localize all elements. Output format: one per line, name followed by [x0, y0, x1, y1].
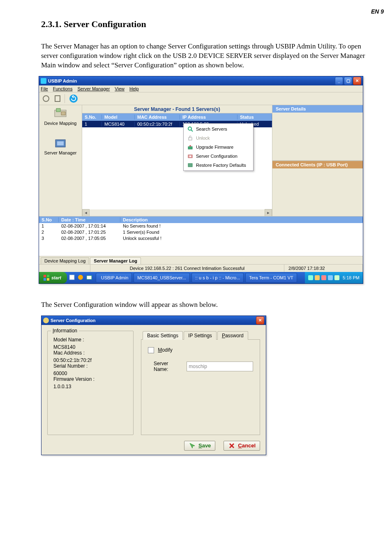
- titlebar[interactable]: USBIP Admin _ ▢ ✕: [39, 76, 363, 85]
- nav-device-mapping[interactable]: Device Mapping: [42, 108, 79, 126]
- taskbar: start USBIP Admin MCS8140_USBServer... :…: [39, 272, 363, 283]
- server-name-label: Server Name:: [154, 361, 182, 372]
- system-tray: 5:18 PM: [305, 272, 363, 283]
- svg-rect-11: [188, 147, 192, 149]
- ctx-server-configuration[interactable]: Server Configuration: [184, 152, 252, 161]
- ql-icon-2[interactable]: [77, 274, 85, 281]
- maximize-button[interactable]: ▢: [344, 77, 352, 85]
- ql-icon-1[interactable]: [69, 274, 76, 281]
- svg-point-0: [43, 96, 49, 101]
- svg-rect-4: [56, 108, 60, 112]
- server-name-input[interactable]: [187, 362, 253, 371]
- serial-number-value: 60000: [53, 371, 67, 376]
- log-cell-dt: 02-08-2007 , 17:01:25: [59, 230, 120, 235]
- close-button[interactable]: ✕: [256, 316, 264, 325]
- tab-password[interactable]: Password: [217, 331, 248, 340]
- context-menu: Search Servers Unlock Upgrade Firmware: [183, 123, 254, 171]
- scroll-track[interactable]: [90, 210, 265, 216]
- mac-address-value: 00:50:c2:1b:70:2f: [53, 357, 92, 363]
- log-col-datetime[interactable]: Date : Time: [59, 217, 120, 222]
- menu-help[interactable]: Help: [129, 86, 139, 91]
- task-mcs8140[interactable]: MCS8140_USBServer...: [134, 273, 190, 283]
- toolbar-icon-1[interactable]: [42, 94, 51, 103]
- server-grid-panel: Server Manager - Found 1 Servers(s) S.No…: [82, 105, 272, 216]
- tab-ip-settings[interactable]: IP Settings: [184, 331, 217, 340]
- modify-checkbox[interactable]: [148, 347, 154, 353]
- search-icon: [187, 126, 194, 132]
- log-col-description[interactable]: Description: [120, 217, 363, 222]
- paragraph-intro: The Server Manager has an option to chan…: [41, 42, 367, 70]
- ctx-upgrade-firmware[interactable]: Upgrade Firmware: [184, 143, 252, 152]
- grid-scrollbar[interactable]: ◄ ►: [82, 210, 272, 216]
- refresh-icon[interactable]: [69, 94, 78, 103]
- log-cell-dt: 02-08-2007 , 17:01:14: [59, 223, 120, 228]
- cell-mac: 00:50:c2:1b:70:2f: [135, 122, 180, 127]
- menu-functions[interactable]: Functions: [53, 86, 73, 91]
- quick-launch: [67, 274, 95, 281]
- log-row: 2 02-08-2007 , 17:01:25 1 Server(s) Foun…: [39, 229, 363, 235]
- status-datetime: 2/8/2007 17:18:32: [284, 265, 363, 272]
- firmware-version-label: Firmware Version :: [53, 376, 127, 382]
- task-usbip-admin[interactable]: USBIP Admin: [96, 273, 132, 283]
- col-model[interactable]: Model: [102, 115, 135, 120]
- tab-device-mapping-log[interactable]: Device Mapping Log: [41, 257, 89, 264]
- tray-icon[interactable]: [334, 275, 339, 280]
- upgrade-icon: [187, 144, 194, 150]
- cancel-button[interactable]: Cancel Cancel: [224, 441, 260, 451]
- ctx-search-servers[interactable]: Search Servers: [184, 124, 252, 134]
- svg-rect-16: [47, 275, 49, 277]
- col-ip[interactable]: IP Address: [180, 115, 238, 120]
- menu-view[interactable]: View: [115, 86, 125, 91]
- cell-sno: 1: [82, 122, 102, 127]
- server-grid-header: Server Manager - Found 1 Servers(s): [82, 105, 272, 113]
- tray-icon[interactable]: [315, 275, 320, 280]
- menu-server-manager[interactable]: Server Manager: [77, 86, 110, 91]
- svg-point-8: [188, 127, 191, 130]
- toolbar-icon-2[interactable]: [53, 94, 62, 103]
- tray-icon[interactable]: [321, 275, 326, 280]
- svg-line-9: [191, 130, 193, 131]
- basic-settings-panel: Modify Modify Server Name:: [141, 339, 260, 435]
- log-cell-sno: 2: [39, 230, 59, 235]
- save-button[interactable]: Save Save: [184, 441, 215, 451]
- connected-clients-header: Connected Clients (IP : USB Port): [272, 161, 363, 168]
- task-usbip-site[interactable]: :: u s b - i p :: - Micro...: [191, 273, 244, 283]
- tab-server-manager-log[interactable]: Server Manager Log: [90, 257, 141, 264]
- svg-rect-7: [57, 141, 64, 145]
- scroll-left-button[interactable]: ◄: [82, 209, 90, 216]
- tab-basic-settings[interactable]: Basic Settings: [143, 331, 183, 340]
- svg-rect-15: [44, 275, 46, 277]
- minimize-button[interactable]: _: [335, 77, 343, 85]
- bottom-tabs: Device Mapping Log Server Manager Log: [39, 256, 363, 264]
- tray-clock: 5:18 PM: [343, 275, 360, 280]
- log-area: S.No Date : Time Description 1 02-08-200…: [39, 216, 363, 264]
- titlebar[interactable]: Server Configuration ✕: [42, 316, 266, 325]
- menubar: File Functions Server Manager View Help: [39, 85, 363, 92]
- serial-number-label: Serial Number :: [53, 363, 127, 369]
- task-label: MCS8140_USBServer...: [137, 275, 186, 280]
- information-fieldset: IInformationnformation Model Name : MCS8…: [47, 331, 134, 435]
- section-title: 2.3.1. Server Configuration: [41, 19, 367, 30]
- log-col-sno[interactable]: S.No: [39, 217, 59, 222]
- tray-icon[interactable]: [328, 275, 333, 280]
- ctx-unlock: Unlock: [184, 134, 252, 143]
- window-title: USBIP Admin: [48, 78, 77, 83]
- nav-server-manager[interactable]: Server Manager: [42, 137, 79, 155]
- tray-icon[interactable]: [308, 275, 313, 280]
- col-mac[interactable]: MAC Address: [135, 115, 180, 120]
- ctx-restore-defaults[interactable]: Restore Factory Defaults: [184, 161, 252, 170]
- ql-icon-3[interactable]: [86, 274, 93, 281]
- menu-file[interactable]: File: [41, 86, 48, 91]
- left-nav: Device Mapping Server Manager: [39, 105, 82, 216]
- start-button[interactable]: start: [39, 272, 67, 283]
- scroll-right-button[interactable]: ►: [265, 209, 272, 216]
- right-panel: Server Details Connected Clients (IP : U…: [272, 105, 363, 216]
- nav-device-mapping-label: Device Mapping: [44, 121, 77, 126]
- server-manager-icon: [53, 137, 68, 150]
- col-sno[interactable]: S.No.: [82, 115, 102, 120]
- svg-rect-19: [69, 275, 74, 280]
- col-status[interactable]: Status: [238, 115, 272, 120]
- svg-rect-21: [87, 276, 92, 279]
- close-button[interactable]: ✕: [353, 77, 361, 85]
- task-teraterm[interactable]: Tera Term - COM1 VT: [245, 273, 297, 283]
